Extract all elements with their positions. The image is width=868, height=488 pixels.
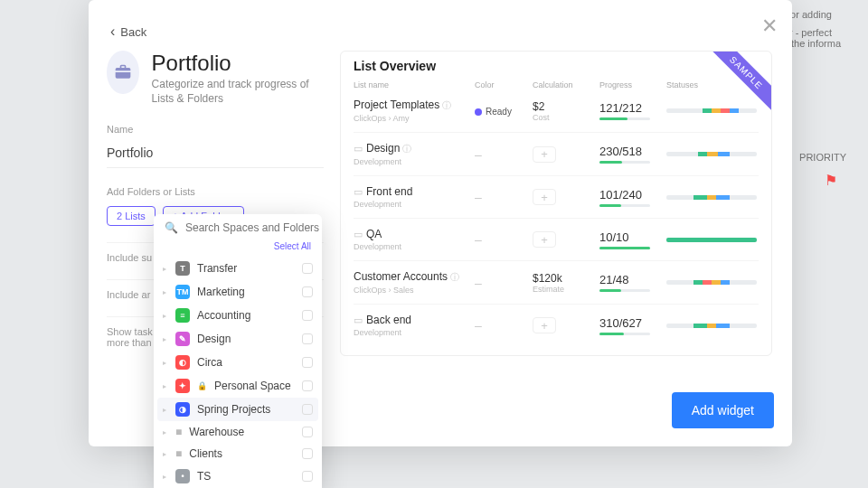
folder-icon: ▭ <box>354 229 363 239</box>
space-item[interactable]: ▸•TS <box>154 465 322 488</box>
space-avatar: ✦ <box>175 379 190 393</box>
space-avatar: • <box>175 469 190 483</box>
list-overview-card: SAMPLE List Overview List name Color Cal… <box>340 51 772 356</box>
space-avatar: ◐ <box>175 355 190 370</box>
checkbox[interactable] <box>302 310 313 321</box>
spaces-dropdown: 🔍 Select All ▸TTransfer▸TMMarketing▸≡Acc… <box>154 214 322 488</box>
card-title: List Overview <box>354 59 759 73</box>
space-item[interactable]: ▸✎Design <box>154 327 322 351</box>
checkbox[interactable] <box>302 333 313 344</box>
chevron-right-icon: ▸ <box>163 312 168 320</box>
chevron-right-icon: ▸ <box>163 473 168 481</box>
search-icon: 🔍 <box>165 221 178 234</box>
add-calc-button[interactable]: + <box>533 231 556 248</box>
space-item[interactable]: ▸≡Accounting <box>154 304 322 327</box>
checkbox[interactable] <box>302 286 313 297</box>
add-calc-button[interactable]: + <box>533 317 556 333</box>
table-row[interactable]: Project Templates ⓘClickOps › AmyReady$2… <box>354 89 759 132</box>
space-avatar: TM <box>175 285 190 299</box>
table-row[interactable]: ▭Design ⓘDevelopment–+230/518 <box>354 132 759 175</box>
space-avatar: ✎ <box>175 332 190 346</box>
table-row[interactable]: Customer Accounts ⓘClickOps › Sales–$120… <box>354 260 759 304</box>
select-all-link[interactable]: Select All <box>154 241 322 257</box>
lock-icon: 🔒 <box>197 381 207 390</box>
chevron-right-icon: ▸ <box>163 406 168 414</box>
space-item[interactable]: ▸■Warehouse <box>154 421 322 443</box>
name-input[interactable] <box>107 140 324 168</box>
folder-icon: ▭ <box>354 143 363 154</box>
space-item[interactable]: ▸✦🔒Personal Space <box>154 374 322 398</box>
checkbox[interactable] <box>302 471 313 482</box>
name-label: Name <box>107 124 324 135</box>
space-avatar: ≡ <box>175 308 190 323</box>
add-folders-label: Add Folders or Lists <box>107 186 324 197</box>
checkbox[interactable] <box>302 357 313 368</box>
folder-icon: ■ <box>175 447 182 460</box>
folder-icon: ■ <box>175 426 182 438</box>
add-calc-button[interactable]: + <box>533 146 556 163</box>
chevron-right-icon: ▸ <box>163 359 168 367</box>
table-row[interactable]: ▭QADevelopment–+10/10 <box>354 218 759 260</box>
checkbox[interactable] <box>302 263 313 274</box>
table-row[interactable]: ▭Front endDevelopment–+101/240 <box>354 175 759 218</box>
checkbox[interactable] <box>302 427 313 437</box>
space-item[interactable]: ▸◑Spring Projects <box>157 398 318 421</box>
info-icon[interactable]: ⓘ <box>439 100 451 110</box>
checkbox[interactable] <box>302 404 313 415</box>
space-item[interactable]: ▸TMMarketing <box>154 280 322 304</box>
table-header: List name Color Calculation Progress Sta… <box>354 80 759 89</box>
info-icon[interactable]: ⓘ <box>448 272 459 282</box>
lists-chip[interactable]: 2 Lists <box>107 206 156 226</box>
info-icon[interactable]: ⓘ <box>400 144 411 154</box>
folder-icon: ▭ <box>354 186 363 197</box>
chevron-right-icon: ▸ <box>163 428 168 436</box>
space-item[interactable]: ▸TTransfer <box>154 257 322 280</box>
widget-title: Portfolio <box>152 51 324 76</box>
space-item[interactable]: ▸◐Circa <box>154 351 322 374</box>
chevron-right-icon: ▸ <box>163 265 168 273</box>
add-calc-button[interactable]: + <box>533 189 556 205</box>
folder-icon: ▭ <box>354 314 363 325</box>
add-widget-button[interactable]: Add widget <box>672 392 774 428</box>
chevron-right-icon: ▸ <box>163 288 168 296</box>
chevron-right-icon: ▸ <box>163 335 168 343</box>
chevron-right-icon: ▸ <box>163 450 168 458</box>
close-icon[interactable]: ✕ <box>761 14 778 38</box>
back-button[interactable]: Back <box>110 23 146 40</box>
space-avatar: T <box>175 261 190 276</box>
briefcase-icon <box>107 51 139 94</box>
widget-subtitle: Categorize and track progress of Lists &… <box>152 78 324 106</box>
search-input[interactable] <box>185 221 321 234</box>
space-avatar: ◑ <box>175 402 190 417</box>
checkbox[interactable] <box>302 380 313 391</box>
table-row[interactable]: ▭Back endDevelopment–+310/627 <box>354 304 759 346</box>
chevron-right-icon: ▸ <box>163 382 168 390</box>
space-item[interactable]: ▸■Clients <box>154 443 322 465</box>
checkbox[interactable] <box>302 448 313 459</box>
